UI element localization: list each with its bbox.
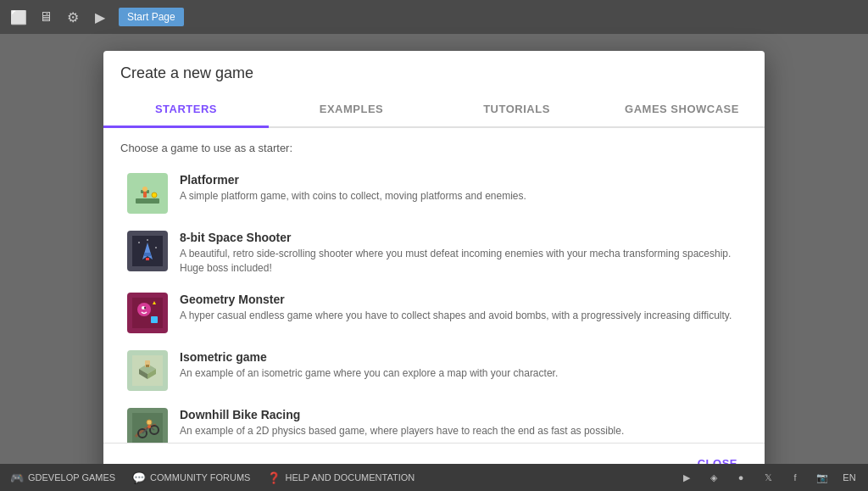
bottom-bar: 🎮 GDEVELOP GAMES 💬 COMMUNITY FORUMS ❓ HE… (0, 464, 868, 491)
game-info-isometric: Isometric game An example of an isometri… (180, 350, 741, 381)
create-game-dialog: Create a new game STARTERS EXAMPLES TUTO… (103, 51, 765, 483)
tab-examples[interactable]: EXAMPLES (269, 92, 434, 126)
game-name-platformer: Platformer (180, 173, 741, 187)
dialog-content: Choose a game to use as a starter: (103, 128, 765, 443)
toolbar: ⬜ 🖥 ⚙ ▶ Start Page (0, 0, 868, 34)
svg-rect-17 (151, 316, 158, 323)
svg-rect-23 (146, 365, 149, 367)
svg-rect-10 (144, 253, 151, 256)
svg-rect-11 (146, 258, 149, 260)
game-desc-geometry-monster: A hyper casual endless game where you ha… (180, 309, 741, 323)
help-icon: ❓ (267, 471, 281, 484)
tabs-bar: STARTERS EXAMPLES TUTORIALS GAMES SHOWCA… (103, 92, 765, 128)
main-area: Create a new game STARTERS EXAMPLES TUTO… (0, 34, 868, 464)
toolbar-icon-3[interactable]: ⚙ (61, 5, 85, 29)
toolbar-icon-1[interactable]: ⬜ (7, 5, 31, 29)
svg-point-15 (144, 307, 146, 309)
discord-icon[interactable]: ◈ (705, 469, 722, 486)
svg-rect-3 (143, 192, 147, 198)
svg-point-29 (147, 425, 151, 428)
toolbar-icon-2[interactable]: 🖥 (34, 5, 58, 29)
game-item-bike-racing[interactable]: Downhill Bike Racing An example of a 2D … (120, 399, 748, 443)
svg-point-8 (147, 239, 148, 241)
youtube-icon[interactable]: ▶ (678, 469, 695, 486)
svg-point-6 (138, 242, 140, 243)
game-item-platformer[interactable]: Platformer A simple platform game, with … (120, 165, 748, 222)
instagram-icon[interactable]: 📷 (814, 469, 831, 486)
dialog-title: Create a new game (103, 51, 765, 92)
game-desc-bike-racing: An example of a 2D physics based game, w… (180, 424, 741, 438)
game-item-isometric[interactable]: Isometric game An example of an isometri… (120, 342, 748, 399)
svg-rect-2 (142, 187, 147, 192)
game-desc-platformer: A simple platform game, with coins to co… (180, 189, 741, 204)
svg-point-7 (155, 247, 157, 248)
bottom-item-help[interactable]: ❓ HELP AND DOCUMENTATION (267, 471, 415, 484)
thumbnail-geometry-monster (127, 293, 168, 333)
bottom-label-community: COMMUNITY FORUMS (150, 472, 250, 483)
tab-games-showcase[interactable]: GAMES SHOWCASE (599, 92, 765, 126)
thumbnail-space-shooter (127, 231, 168, 271)
twitter-icon[interactable]: 𝕏 (760, 469, 776, 486)
game-info-bike-racing: Downhill Bike Racing An example of a 2D … (180, 408, 741, 438)
tab-starters[interactable]: STARTERS (103, 92, 269, 128)
start-page-button[interactable]: Start Page (119, 8, 184, 26)
game-item-space-shooter[interactable]: 8-bit Space Shooter A beautiful, retro s… (120, 222, 748, 284)
svg-rect-0 (136, 198, 159, 204)
game-info-space-shooter: 8-bit Space Shooter A beautiful, retro s… (180, 231, 741, 276)
bottom-right-icons: ▶ ◈ ● 𝕏 f 📷 EN (678, 469, 858, 486)
gamepad-icon: 🎮 (10, 471, 24, 484)
bottom-item-community[interactable]: 💬 COMMUNITY FORUMS (132, 471, 250, 484)
svg-point-4 (152, 192, 157, 198)
game-name-geometry-monster: Geometry Monster (180, 293, 741, 306)
svg-point-13 (137, 303, 151, 316)
game-desc-space-shooter: A beautiful, retro side-scrolling shoote… (180, 247, 741, 276)
game-desc-isometric: An example of an isometric game where yo… (180, 366, 741, 381)
game-name-space-shooter: 8-bit Space Shooter (180, 231, 741, 244)
facebook-icon[interactable]: f (787, 469, 804, 486)
community-icon: 💬 (132, 471, 146, 484)
game-info-platformer: Platformer A simple platform game, with … (180, 173, 741, 204)
thumbnail-platformer (127, 173, 168, 214)
thumbnail-bike-racing (127, 408, 168, 443)
game-item-geometry-monster[interactable]: Geometry Monster A hyper casual endless … (120, 284, 748, 342)
game-info-geometry-monster: Geometry Monster A hyper casual endless … (180, 293, 741, 323)
game-name-isometric: Isometric game (180, 350, 741, 364)
language-selector[interactable]: EN (841, 469, 858, 486)
game-name-bike-racing: Downhill Bike Racing (180, 408, 741, 421)
tab-tutorials[interactable]: TUTORIALS (434, 92, 599, 126)
toolbar-icon-play[interactable]: ▶ (88, 5, 112, 29)
thumbnail-isometric (127, 350, 168, 391)
bottom-item-gdevelop-games[interactable]: 🎮 GDEVELOP GAMES (10, 471, 115, 484)
bottom-label-gdevelop: GDEVELOP GAMES (28, 472, 115, 483)
reddit-icon[interactable]: ● (732, 469, 749, 486)
bottom-label-help: HELP AND DOCUMENTATION (285, 472, 415, 483)
svg-point-30 (147, 420, 152, 425)
section-label: Choose a game to use as a starter: (120, 142, 748, 154)
